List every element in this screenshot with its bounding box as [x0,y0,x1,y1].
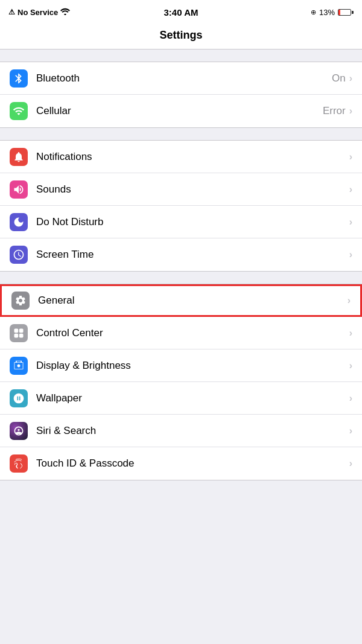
donotdisturb-label: Do Not Disturb [36,216,349,228]
touchid-chevron: › [349,458,352,469]
sounds-label: Sounds [36,183,349,196]
screentime-icon [13,249,25,261]
display-icon [13,360,25,372]
location-icon: ⊕ [311,8,316,16]
settings-row-controlcenter[interactable]: Control Center › [0,317,362,349]
cellular-chevron: › [349,106,352,116]
svg-rect-3 [19,333,24,337]
notifications-icon-bg [10,148,28,166]
controlcenter-icon-bg [10,324,28,342]
bluetooth-label: Bluetooth [36,72,332,84]
wallpaper-icon-bg [10,389,28,407]
bluetooth-value: On [332,72,346,84]
siri-chevron: › [349,426,352,436]
screentime-chevron: › [349,249,352,260]
group-general: General › Control Center › Display & Bri… [0,284,362,480]
settings-row-cellular[interactable]: Cellular Error › [0,95,362,127]
settings-row-notifications[interactable]: Notifications › [0,141,362,173]
bluetooth-chevron: › [349,73,352,84]
wallpaper-chevron: › [349,393,352,404]
status-left: ⚠ No Service [8,8,70,17]
donotdisturb-chevron: › [349,217,352,228]
status-bar: ⚠ No Service 3:40 AM ⊕ 13% [0,0,362,23]
notifications-icon [13,151,25,163]
touchid-label: Touch ID & Passcode [36,457,349,470]
bluetooth-icon [13,72,25,84]
sounds-icon-bg [10,180,28,199]
status-right: ⊕ 13% [311,8,354,17]
gear-icon [14,295,27,307]
siri-label: Siri & Search [36,425,349,437]
settings-row-donotdisturb[interactable]: Do Not Disturb › [0,206,362,238]
settings-row-general[interactable]: General › [0,284,362,317]
siri-icon-bg [10,422,28,440]
section-gap-3 [0,272,362,284]
settings-row-displaybrightness[interactable]: Display & Brightness › [0,349,362,382]
fingerprint-icon [13,457,25,470]
settings-row-screentime[interactable]: Screen Time › [0,238,362,271]
touchid-icon-bg [10,454,28,473]
cellular-label: Cellular [36,105,323,117]
wifi-icon [60,8,70,17]
siri-icon [13,425,25,437]
displaybrightness-label: Display & Brightness [36,360,349,372]
bluetooth-icon-bg [10,69,28,88]
settings-row-bluetooth[interactable]: Bluetooth On › [0,62,362,95]
controlcenter-chevron: › [349,328,352,339]
sounds-icon [13,183,25,196]
wallpaper-label: Wallpaper [36,392,349,404]
battery-percent: 13% [319,8,335,17]
no-service-text: No Service [17,8,58,17]
section-gap-top [0,49,362,62]
wallpaper-icon [13,392,25,404]
sounds-chevron: › [349,184,352,195]
cellular-icon [13,105,25,117]
section-gap-2 [0,128,362,140]
settings-row-siri[interactable]: Siri & Search › [0,415,362,447]
cellular-icon-bg [10,102,28,120]
settings-row-sounds[interactable]: Sounds › [0,173,362,206]
display-icon-bg [10,357,28,375]
screentime-label: Screen Time [36,249,349,261]
page-title-bar: Settings [0,23,362,49]
screentime-icon-bg [10,246,28,264]
battery-icon [338,9,354,16]
general-label: General [38,295,348,307]
settings-row-touchid[interactable]: Touch ID & Passcode › [0,447,362,480]
general-icon-bg [11,292,30,310]
page-title: Settings [159,29,202,41]
notifications-label: Notifications [36,151,349,163]
notifications-chevron: › [349,151,352,162]
displaybrightness-chevron: › [349,360,352,371]
svg-rect-1 [19,328,24,333]
moon-icon [13,216,25,228]
group-connectivity: Bluetooth On › Cellular Error › [0,62,362,128]
status-time: 3:40 AM [164,7,198,18]
settings-row-wallpaper[interactable]: Wallpaper › [0,382,362,415]
controlcenter-label: Control Center [36,327,349,339]
no-service-icon: ⚠ [8,8,15,16]
group-notifications: Notifications › Sounds › Do Not Disturb … [0,140,362,272]
donotdisturb-icon-bg [10,213,28,231]
svg-rect-0 [14,328,19,333]
svg-rect-2 [14,333,19,337]
cellular-value: Error [323,105,346,117]
section-gap-bottom [0,480,362,505]
general-chevron: › [348,295,351,306]
controlcenter-icon [13,327,25,339]
